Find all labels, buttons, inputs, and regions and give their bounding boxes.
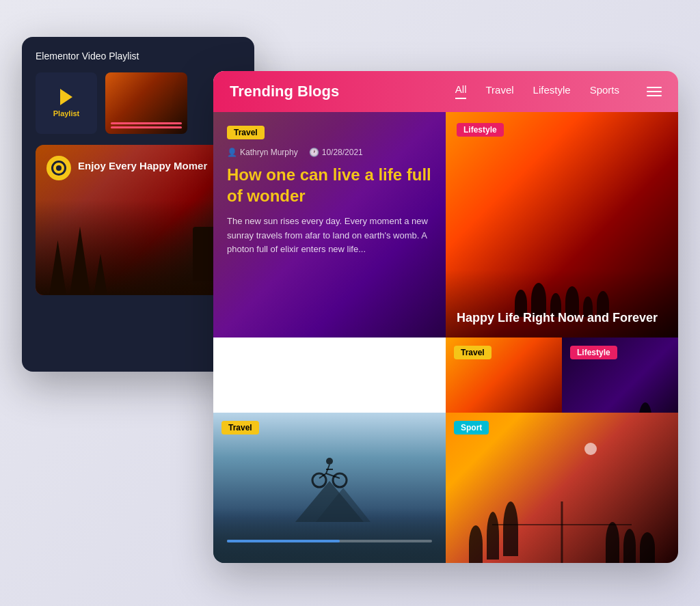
mid-lifestyle-tag: Lifestyle (570, 346, 617, 368)
date-meta: 🕐 10/28/2021 (309, 148, 363, 157)
hamburger-menu-icon[interactable] (647, 87, 662, 96)
cyclist-svg (309, 454, 350, 488)
featured-excerpt: The new sun rises every day. Every momen… (227, 215, 432, 257)
playlist-card-title: Elementor Video Playlist (36, 51, 241, 61)
hero-logo-icon (46, 156, 71, 180)
nav-lifestyle[interactable]: Lifestyle (533, 84, 571, 98)
blog-header: Trending Blogs All Travel Lifestyle Spor… (213, 71, 678, 112)
playlist-label: Playlist (53, 109, 80, 118)
lifestyle-badge: Lifestyle (457, 123, 504, 137)
trending-blogs-card: Trending Blogs All Travel Lifestyle Spor… (213, 71, 678, 563)
bottom-travel-tag: Travel (221, 421, 259, 443)
right-top-content: Happy Life Right Now and Forever (457, 310, 667, 326)
mid-travel-tag: Travel (454, 346, 492, 368)
playlist-play-button[interactable]: Playlist (36, 72, 97, 134)
bottom-travel-badge: Travel (221, 421, 259, 435)
nav-sports[interactable]: Sports (590, 84, 619, 98)
person-icon: 👤 (227, 148, 237, 157)
bottom-row: Travel (213, 413, 678, 563)
blog-nav: All Travel Lifestyle Sports (455, 83, 662, 99)
author-meta: 👤 Kathryn Murphy (227, 148, 298, 157)
featured-article[interactable]: Travel 👤 Kathryn Murphy 🕐 10/28/2021 (213, 112, 446, 338)
blog-content-area: Travel 👤 Kathryn Murphy 🕐 10/28/2021 (213, 112, 678, 563)
bottom-sport-card[interactable]: Sport (446, 413, 678, 563)
right-top-article[interactable]: Lifestyle Happy Life Right Now and Forev… (446, 112, 678, 338)
blog-header-title: Trending Blogs (230, 83, 455, 100)
travel-badge: Travel (454, 346, 492, 359)
playlist-thumbnail (105, 72, 187, 134)
nav-travel[interactable]: Travel (485, 84, 513, 98)
hero-image-card: Enjoy Every Happy Momer (36, 145, 241, 295)
hero-caption: Enjoy Every Happy Momer (78, 160, 207, 171)
featured-title: How one can live a life full of wonder (227, 164, 432, 206)
right-top-tag: Lifestyle (457, 123, 504, 145)
play-icon (60, 89, 72, 105)
right-top-title: Happy Life Right Now and Forever (457, 310, 667, 326)
article-date: 10/28/2021 (322, 148, 363, 157)
top-row: Travel 👤 Kathryn Murphy 🕐 10/28/2021 (213, 112, 678, 338)
article-meta: 👤 Kathryn Murphy 🕐 10/28/2021 (227, 148, 432, 157)
svg-point-1 (333, 473, 347, 487)
bottom-sport-badge: Sport (454, 421, 489, 435)
author-name: Kathryn Murphy (240, 148, 298, 157)
lifestyle-badge-2: Lifestyle (570, 346, 617, 359)
bottom-travel-card[interactable]: Travel (213, 413, 446, 563)
playlist-top-row: Playlist (36, 72, 241, 134)
featured-tag: Travel (227, 126, 265, 139)
clock-icon: 🕐 (309, 148, 319, 157)
featured-content: Travel 👤 Kathryn Murphy 🕐 10/28/2021 (227, 126, 432, 258)
svg-point-2 (326, 458, 333, 465)
bottom-sport-tag: Sport (454, 421, 489, 443)
scene: Elementor Video Playlist Playlist (22, 37, 678, 570)
nav-all[interactable]: All (455, 83, 467, 99)
